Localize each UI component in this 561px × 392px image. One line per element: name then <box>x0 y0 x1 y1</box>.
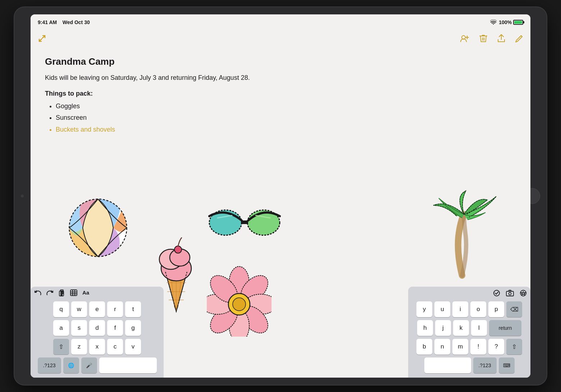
key-f[interactable]: f <box>107 320 123 336</box>
list-item: Goggles <box>56 100 516 112</box>
svg-rect-17 <box>241 220 248 224</box>
svg-rect-43 <box>61 293 63 294</box>
key-b[interactable]: b <box>416 339 432 355</box>
key-question[interactable]: ? <box>488 339 504 355</box>
keyboard-row-right-3: b n m ! ? ⇧ <box>410 339 528 355</box>
key-a[interactable]: a <box>53 320 69 336</box>
battery-container: 100% <box>499 19 523 25</box>
key-d[interactable]: d <box>89 320 105 336</box>
add-collaborator-icon[interactable] <box>460 35 469 45</box>
num-key-right[interactable]: .?123 <box>473 357 497 373</box>
key-p[interactable]: p <box>488 301 504 317</box>
toolbar-left <box>38 34 46 45</box>
delete-icon[interactable] <box>479 34 487 45</box>
redo-icon[interactable] <box>46 290 54 298</box>
key-n[interactable]: n <box>434 339 450 355</box>
key-u[interactable]: u <box>434 301 450 317</box>
key-z[interactable]: z <box>71 339 87 355</box>
front-camera <box>21 195 24 197</box>
shift-key-right[interactable]: ⇧ <box>506 339 522 355</box>
svg-point-50 <box>494 290 500 296</box>
key-x[interactable]: x <box>89 339 105 355</box>
ipad-frame: 9:41 AM Wed Oct 30 100% <box>14 7 547 385</box>
screen: 9:41 AM Wed Oct 30 100% <box>31 14 530 378</box>
keyboard-row-right-1: y u i o p ⌫ <box>410 301 528 317</box>
space-key-left[interactable] <box>99 357 157 373</box>
key-e[interactable]: e <box>89 301 105 317</box>
svg-rect-45 <box>70 290 77 296</box>
key-r[interactable]: r <box>107 301 123 317</box>
undo-icon[interactable] <box>34 290 41 298</box>
svg-point-14 <box>69 199 127 257</box>
note-list: Goggles Sunscreen Buckets and shovels <box>45 100 516 135</box>
keyboard-row-right-2: h j k l return <box>410 320 528 336</box>
note-body: Kids will be leaving on Saturday, July 3… <box>45 73 516 83</box>
svg-rect-42 <box>61 292 63 292</box>
key-s[interactable]: s <box>71 320 87 336</box>
palm-tree-sticker <box>426 189 498 279</box>
key-q[interactable]: q <box>53 301 69 317</box>
keyboard-left: Aa q w e r t a s d <box>31 287 164 378</box>
status-bar: 9:41 AM Wed Oct 30 100% <box>31 14 530 30</box>
num-key-left[interactable]: .?123 <box>38 357 61 373</box>
svg-point-27 <box>159 249 182 269</box>
keyboard-row-1: q w e r t <box>33 301 161 317</box>
key-w[interactable]: w <box>71 301 87 317</box>
keyboard-right: y u i o p ⌫ h j k l return <box>408 287 530 378</box>
paste-icon[interactable] <box>59 290 65 298</box>
status-date: Wed Oct 30 <box>63 19 90 25</box>
globe-key[interactable]: 🌐 <box>63 357 79 373</box>
battery-fill <box>514 21 522 24</box>
mic-key[interactable]: 🎤 <box>81 357 97 373</box>
toolbar-right <box>460 34 523 45</box>
svg-point-52 <box>509 292 511 295</box>
key-c[interactable]: c <box>107 339 123 355</box>
checkmark-icon[interactable] <box>493 290 500 298</box>
shift-key-left[interactable]: ⇧ <box>53 339 69 355</box>
keyboard-row-3: ⇧ z x c v <box>33 339 161 355</box>
key-v[interactable]: v <box>125 339 141 355</box>
compose-icon[interactable] <box>515 35 523 45</box>
space-key-right[interactable] <box>424 357 471 373</box>
share-icon[interactable] <box>497 34 505 45</box>
compress-icon[interactable] <box>38 34 46 45</box>
note-title: Grandma Camp <box>45 56 516 67</box>
delete-key[interactable]: ⌫ <box>506 301 522 317</box>
format-icon[interactable]: Aa <box>82 290 89 298</box>
key-g[interactable]: g <box>125 320 141 336</box>
wifi-icon <box>490 19 497 26</box>
sunglasses-sticker <box>207 202 282 241</box>
key-l[interactable]: l <box>471 320 487 336</box>
keyboard-row-2: a s d f g <box>33 320 161 336</box>
return-key[interactable]: return <box>489 320 521 336</box>
svg-point-16 <box>247 210 280 235</box>
key-h[interactable]: h <box>417 320 433 336</box>
status-right: 100% <box>490 19 523 26</box>
table-icon[interactable] <box>70 290 77 298</box>
key-o[interactable]: o <box>470 301 486 317</box>
svg-line-19 <box>256 215 270 218</box>
key-i[interactable]: i <box>452 301 468 317</box>
key-exclaim[interactable]: ! <box>470 339 486 355</box>
key-y[interactable]: y <box>416 301 432 317</box>
keyboard-rows-left: q w e r t a s d f g <box>33 301 161 373</box>
key-j[interactable]: j <box>435 320 451 336</box>
svg-point-29 <box>174 246 182 253</box>
note-toolbar <box>31 30 530 49</box>
key-k[interactable]: k <box>453 320 469 336</box>
svg-line-18 <box>218 215 232 218</box>
kb-toolbar-actions: Aa <box>34 290 89 298</box>
note-subheading: Things to pack: <box>45 90 516 97</box>
keyboard-row-right-4: .?123 ⌨ <box>410 357 528 373</box>
keyboard-rows-right: y u i o p ⌫ h j k l return <box>410 301 528 373</box>
pencil-draw-icon[interactable] <box>520 290 527 298</box>
beach-ball-sticker <box>67 196 129 259</box>
svg-point-15 <box>209 210 242 235</box>
svg-rect-51 <box>506 291 514 296</box>
key-t[interactable]: t <box>125 301 141 317</box>
key-m[interactable]: m <box>452 339 468 355</box>
keyboard-toolbar-right <box>410 290 528 301</box>
keyboard-key[interactable]: ⌨ <box>499 357 515 373</box>
camera-icon[interactable] <box>506 290 514 298</box>
svg-point-28 <box>170 249 190 266</box>
